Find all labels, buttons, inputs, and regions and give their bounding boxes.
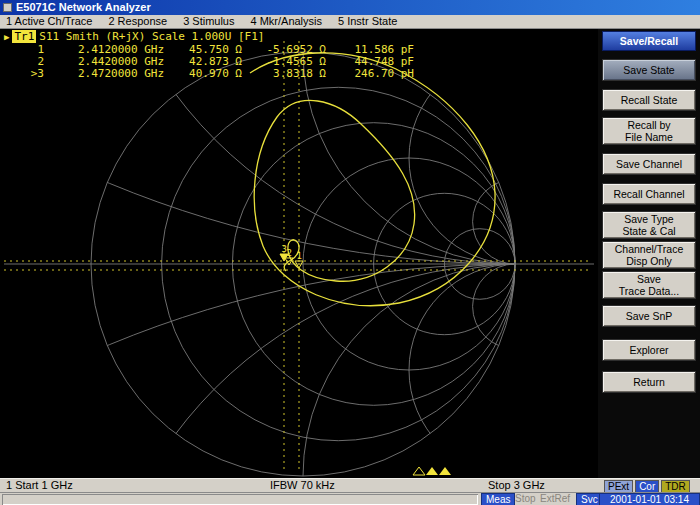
trace-label[interactable]: Tr1: [12, 30, 36, 43]
softkey-menu: Save/Recall Save State Recall State Reca…: [598, 29, 700, 478]
menu-item-response[interactable]: 2 Response: [108, 15, 167, 28]
ifbw-readout: IFBW 70 kHz: [270, 479, 335, 492]
app-icon: [3, 3, 12, 12]
softkey-recall-by-file-name[interactable]: Recall by File Name: [602, 117, 696, 145]
trace-status-line: ▶ Tr1 S11 Smith (R+jX) Scale 1.000U [F1]: [4, 30, 264, 43]
message-well: [2, 494, 478, 505]
sweep-stop-indicator: Stop: [512, 493, 539, 505]
marker-readout-table: 1 2.4120000 GHz 45.750 Ω -5.6952 Ω 11.58…: [20, 44, 414, 80]
datetime-readout: 2001-01-01 03:14: [599, 493, 700, 505]
softkey-save-state[interactable]: Save State: [602, 59, 696, 81]
softkey-recall-state[interactable]: Recall State: [602, 89, 696, 111]
softkey-menu-title: Save/Recall: [602, 31, 696, 51]
instrument-status-bar: Meas Stop ExtRef Svc 2001-01-01 03:14: [0, 492, 700, 505]
title-bar: E5071C Network Analyzer: [0, 0, 700, 15]
trace-format-text: S11 Smith (R+jX) Scale 1.000U [F1]: [39, 30, 264, 43]
svg-text:1: 1: [297, 251, 302, 261]
marker-row-active: >3 2.4720000 GHz 40.970 Ω 3.8318 Ω 246.7…: [20, 68, 414, 80]
softkey-save-trace-data[interactable]: Save Trace Data...: [602, 271, 696, 299]
stimulus-marker-triangles: [413, 467, 451, 475]
menu-item-stimulus[interactable]: 3 Stimulus: [183, 15, 234, 28]
softkey-save-channel[interactable]: Save Channel: [602, 153, 696, 175]
marker-id: >3: [20, 68, 44, 80]
menu-item-active-ch-trace[interactable]: 1 Active Ch/Trace: [6, 15, 92, 28]
svg-text:2: 2: [287, 248, 292, 258]
marker-resistance: 40.970 Ω: [164, 68, 242, 80]
instrument-screen: E5071C Network Analyzer 1 Active Ch/Trac…: [0, 0, 700, 505]
channel-status-bar: 1 Start 1 GHz IFBW 70 kHz Stop 3 GHz PEx…: [0, 478, 700, 492]
menu-bar: 1 Active Ch/Trace 2 Response 3 Stimulus …: [0, 15, 700, 29]
window-title: E5071C Network Analyzer: [16, 0, 151, 15]
meas-indicator: Meas: [481, 493, 515, 505]
active-trace-pointer-icon: ▶: [4, 32, 9, 42]
graph-area: 1 2 3: [0, 29, 598, 478]
menu-item-instr-state[interactable]: 5 Instr State: [338, 15, 397, 28]
softkey-save-snp[interactable]: Save SnP: [602, 305, 696, 327]
softkey-channel-trace[interactable]: Channel/Trace Disp Only: [602, 241, 696, 269]
softkey-recall-channel[interactable]: Recall Channel: [602, 183, 696, 205]
softkey-save-type[interactable]: Save Type State & Cal: [602, 211, 696, 239]
svg-text:3: 3: [282, 244, 287, 254]
extref-indicator: ExtRef: [537, 493, 573, 505]
menu-item-mkr-analysis[interactable]: 4 Mkr/Analysis: [250, 15, 322, 28]
smith-chart: 1 2 3: [0, 29, 598, 478]
softkey-menu-title-label: Save/Recall: [603, 35, 695, 47]
softkey-explorer[interactable]: Explorer: [602, 339, 696, 361]
marker-reactance: 3.8318 Ω: [242, 68, 326, 80]
start-frequency: 1 Start 1 GHz: [6, 479, 73, 492]
marker-equivalent: 246.70 pH: [326, 68, 414, 80]
marker-frequency: 2.4720000 GHz: [44, 68, 164, 80]
stop-frequency: Stop 3 GHz: [488, 479, 545, 492]
softkey-return[interactable]: Return: [602, 371, 696, 393]
